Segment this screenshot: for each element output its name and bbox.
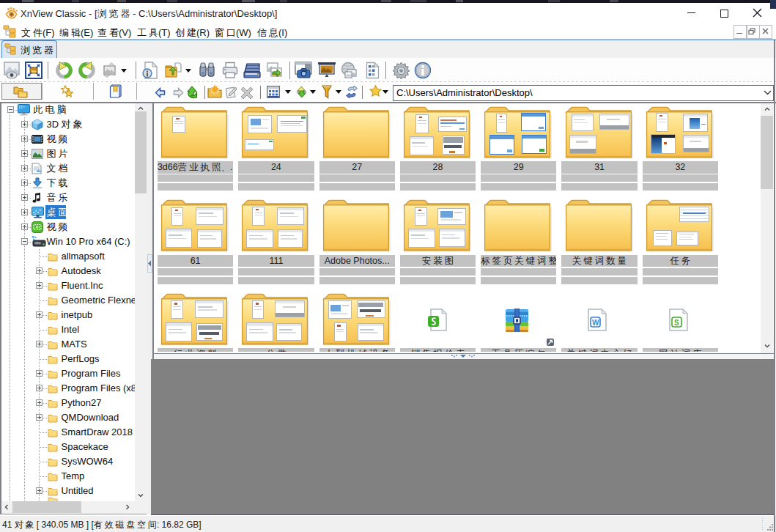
svg-text:S: S [674, 318, 679, 326]
svg-text:WDC: WDC [35, 242, 41, 245]
svg-text:W: W [592, 318, 599, 326]
